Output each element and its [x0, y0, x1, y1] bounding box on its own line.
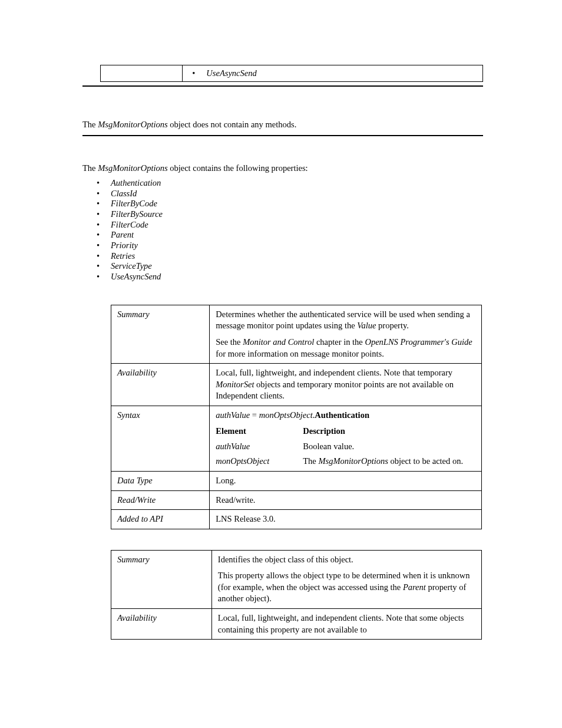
summary-ital: Monitor and Control: [243, 337, 314, 347]
list-item: •Authentication: [97, 178, 497, 189]
syntax-prop: Authentication: [315, 410, 369, 420]
element-name: authValue: [216, 441, 298, 453]
list-item: •ClassId: [97, 189, 497, 199]
row-body-datatype: Long.: [210, 472, 482, 491]
element-header: Element: [216, 426, 298, 437]
property-name: ClassId: [111, 189, 137, 199]
property-name: UseAsyncSend: [111, 272, 161, 282]
summary-ital: OpenLNS Programmer's Guide: [365, 337, 472, 347]
top-fragment-bullet-row: • UseAsyncSend: [187, 68, 478, 79]
list-item: •FilterCode: [97, 220, 497, 230]
row-body-summary: Determines whether the authenticated ser…: [210, 305, 482, 363]
row-body-added: LNS Release 3.0.: [210, 510, 482, 529]
description-header: Description: [303, 426, 475, 437]
row-body-availability: Local, full, lightweight, and independen…: [211, 608, 481, 639]
property-name: FilterCode: [111, 220, 148, 230]
element-desc: The MsgMonitorOptions object to be acted…: [303, 456, 475, 467]
methods-note-suffix: object does not contain any methods.: [168, 120, 297, 129]
methods-note: The MsgMonitorOptions object does not co…: [82, 119, 483, 131]
property-name: ServiceType: [111, 261, 152, 272]
list-item: •Retries: [97, 251, 497, 262]
authentication-detail-table: Summary Determines whether the authentic…: [111, 305, 482, 529]
document-page: • UseAsyncSend The MsgMonitorOptions obj…: [0, 0, 562, 728]
bullet-icon: •: [97, 230, 111, 241]
list-item: •FilterByCode: [97, 199, 497, 209]
list-item: •Priority: [97, 241, 497, 251]
property-name: Authentication: [111, 178, 161, 189]
top-fragment-table: • UseAsyncSend: [100, 65, 483, 82]
list-item: •Parent: [97, 230, 497, 241]
classid-detail-table: Summary Identifies the object class of t…: [111, 550, 482, 640]
horizontal-rule: [82, 85, 483, 87]
list-item: •FilterBySource: [97, 209, 497, 220]
element-desc-ital: MsgMonitorOptions: [318, 456, 388, 466]
row-label-summary: Summary: [111, 550, 212, 608]
top-fragment-item: UseAsyncSend: [206, 68, 256, 79]
row-body-summary: Identifies the object class of this obje…: [211, 550, 481, 608]
summary-text: for more information on message monitor …: [216, 349, 384, 358]
row-label-syntax: Syntax: [111, 406, 210, 471]
methods-note-prefix: The: [82, 120, 98, 129]
summary-text: property.: [376, 321, 408, 330]
horizontal-rule: [82, 135, 483, 136]
syntax-lhs: authValue: [216, 410, 250, 420]
properties-intro-suffix: object contains the following properties…: [168, 163, 308, 173]
row-body-readwrite: Read/write.: [210, 490, 482, 510]
row-label-datatype: Data Type: [111, 472, 210, 491]
list-item: •UseAsyncSend: [97, 272, 497, 282]
row-label-availability: Availability: [111, 364, 210, 406]
row-label-summary: Summary: [111, 305, 210, 363]
element-desc-text: object to be acted on.: [388, 456, 463, 466]
bullet-icon: •: [97, 241, 111, 251]
bullet-icon: •: [187, 68, 206, 79]
summary-text: Determines whether the authenticated ser…: [216, 309, 470, 331]
bullet-icon: •: [97, 178, 111, 189]
properties-intro-object: MsgMonitorOptions: [98, 163, 167, 173]
availability-ital: MonitorSet: [216, 380, 254, 389]
summary-text: See the: [216, 337, 243, 347]
property-name: Parent: [111, 230, 134, 241]
property-name: FilterByCode: [111, 199, 157, 209]
property-name: FilterBySource: [111, 209, 163, 220]
property-name: Priority: [111, 241, 138, 251]
property-name: Retries: [111, 251, 135, 262]
element-desc: Boolean value.: [303, 441, 475, 453]
summary-text: Identifies the object class of this obje…: [218, 554, 475, 566]
row-label-availability: Availability: [111, 608, 212, 639]
summary-ital: Value: [357, 321, 376, 330]
bullet-icon: •: [97, 261, 111, 272]
top-fragment-right-cell: • UseAsyncSend: [183, 65, 483, 82]
row-body-syntax: authValue = monOptsObject.Authentication…: [210, 406, 482, 471]
summary-ital: Parent: [403, 582, 426, 592]
properties-intro-prefix: The: [82, 163, 98, 173]
bullet-icon: •: [97, 199, 111, 209]
bullet-icon: •: [97, 251, 111, 262]
row-label-added: Added to API: [111, 510, 210, 529]
properties-intro: The MsgMonitorOptions object contains th…: [82, 163, 483, 174]
syntax-eq: =: [250, 410, 259, 420]
summary-text: chapter in the: [314, 337, 365, 347]
bullet-icon: •: [97, 220, 111, 230]
top-fragment-left-cell: [101, 65, 183, 82]
element-name: monOptsObject: [216, 456, 298, 467]
list-item: •ServiceType: [97, 261, 497, 272]
bullet-icon: •: [97, 272, 111, 282]
row-body-availability: Local, full, lightweight, and independen…: [210, 364, 482, 406]
bullet-icon: •: [97, 189, 111, 199]
methods-note-object: MsgMonitorOptions: [98, 120, 167, 129]
properties-list: •Authentication •ClassId •FilterByCode •…: [82, 178, 497, 282]
row-label-readwrite: Read/Write: [111, 490, 210, 510]
element-desc-text: The: [303, 456, 318, 466]
syntax-obj: monOptsObject: [259, 410, 313, 420]
element-description-grid: Element Description authValue Boolean va…: [216, 426, 475, 467]
availability-text: Local, full, lightweight, and independen…: [216, 368, 452, 377]
bullet-icon: •: [97, 209, 111, 220]
